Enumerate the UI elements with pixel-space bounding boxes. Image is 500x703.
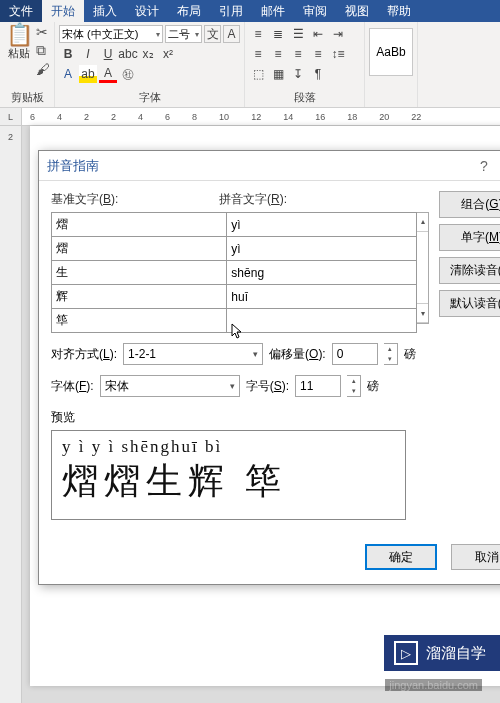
ribbon: 📋 粘贴 ✂ ⧉ 🖌 剪贴板 宋体 (中文正文)▾ 二号▾ 文 A B I U (0, 22, 500, 108)
show-marks-button[interactable]: ¶ (309, 65, 327, 83)
ruler-horizontal: L 642246810121416182022 (0, 108, 500, 126)
size-label: 字号(S): (246, 378, 289, 395)
subscript-button[interactable]: x₂ (139, 45, 157, 63)
watermark: ▷ 溜溜自学 ZIXUE (384, 635, 500, 671)
char-border-button[interactable]: A (223, 25, 240, 43)
font-color-button[interactable]: A (99, 65, 117, 83)
cut-icon[interactable]: ✂ (36, 24, 50, 40)
ruby-cell[interactable]: huī (227, 285, 417, 309)
preview-hanzi: 熠熠生辉 筚 (62, 457, 395, 506)
paste-label: 粘贴 (8, 47, 30, 59)
group-font: 宋体 (中文正文)▾ 二号▾ 文 A B I U abc x₂ x² A ab … (55, 22, 245, 107)
tab-view[interactable]: 视图 (336, 0, 378, 22)
ruby-cell[interactable]: yì (227, 213, 417, 237)
align-right-button[interactable]: ≡ (289, 45, 307, 63)
bold-button[interactable]: B (59, 45, 77, 63)
text-effects-button[interactable]: A (59, 65, 77, 83)
phonetic-table: 熠yì 熠yì 生shēng 辉huī 筚 (51, 212, 417, 333)
table-row: 熠yì (52, 237, 417, 261)
clear-reading-button[interactable]: 清除读音(C) (439, 257, 500, 284)
ruler-vertical: 2 (0, 126, 22, 703)
align-select[interactable]: 1-2-1▾ (123, 343, 263, 365)
base-text-label: 基准文字(B): (51, 191, 219, 208)
table-row: 筚 (52, 309, 417, 333)
group-styles: AaBb (365, 22, 418, 107)
tab-file[interactable]: 文件 (0, 0, 42, 22)
default-reading-button[interactable]: 默认读音(D) (439, 290, 500, 317)
align-label: 对齐方式(L): (51, 346, 117, 363)
watermark-text: 溜溜自学 (426, 644, 486, 663)
phonetic-guide-button[interactable]: 文 (204, 25, 221, 43)
align-left-button[interactable]: ≡ (249, 45, 267, 63)
tab-home[interactable]: 开始 (42, 0, 84, 22)
italic-button[interactable]: I (79, 45, 97, 63)
bullets-button[interactable]: ≡ (249, 25, 267, 43)
preview-pinyin: y ì y ì shēnghuī bì (62, 437, 395, 457)
highlight-button[interactable]: ab (79, 65, 97, 83)
base-cell[interactable]: 筚 (52, 309, 227, 333)
font-size-combo[interactable]: 二号▾ (165, 25, 202, 43)
sort-button[interactable]: ↧ (289, 65, 307, 83)
copy-icon[interactable]: ⧉ (36, 42, 50, 59)
tab-layout[interactable]: 布局 (168, 0, 210, 22)
font-group-label: 字体 (59, 90, 240, 107)
align-justify-button[interactable]: ≡ (309, 45, 327, 63)
ruby-cell[interactable] (227, 309, 417, 333)
format-painter-icon[interactable]: 🖌 (36, 61, 50, 77)
multilevel-button[interactable]: ☰ (289, 25, 307, 43)
offset-stepper[interactable]: ▴▾ (384, 343, 398, 365)
clipboard-group-label: 剪贴板 (4, 90, 50, 107)
combine-button[interactable]: 组合(G) (439, 191, 500, 218)
dialog-title: 拼音指南 (47, 157, 99, 175)
cancel-button[interactable]: 取消 (451, 544, 500, 570)
watermark-sub: ZIXUE (467, 625, 494, 635)
tab-references[interactable]: 引用 (210, 0, 252, 22)
group-paragraph: ≡ ≣ ☰ ⇤ ⇥ ≡ ≡ ≡ ≡ ↕≡ ⬚ ▦ ↧ ¶ 段落 (245, 22, 365, 107)
base-cell[interactable]: 生 (52, 261, 227, 285)
strike-button[interactable]: abc (119, 45, 137, 63)
indent-inc-button[interactable]: ⇥ (329, 25, 347, 43)
help-button[interactable]: ? (469, 158, 499, 174)
line-spacing-button[interactable]: ↕≡ (329, 45, 347, 63)
font-family-combo[interactable]: 宋体 (中文正文)▾ (59, 25, 163, 43)
size-stepper[interactable]: ▴▾ (347, 375, 361, 397)
paste-button[interactable]: 📋 粘贴 (4, 24, 34, 90)
shading-button[interactable]: ⬚ (249, 65, 267, 83)
table-scrollbar[interactable]: ▴▾ (417, 212, 429, 324)
ruby-cell[interactable]: yì (227, 237, 417, 261)
pt-label-2: 磅 (367, 378, 379, 395)
ok-button[interactable]: 确定 (365, 544, 437, 570)
base-cell[interactable]: 熠 (52, 237, 227, 261)
ruby-cell[interactable]: shēng (227, 261, 417, 285)
offset-input[interactable]: 0 (332, 343, 378, 365)
base-cell[interactable]: 熠 (52, 213, 227, 237)
para-group-label: 段落 (249, 90, 360, 107)
base-cell[interactable]: 辉 (52, 285, 227, 309)
table-row: 熠yì (52, 213, 417, 237)
tab-mail[interactable]: 邮件 (252, 0, 294, 22)
underline-button[interactable]: U (99, 45, 117, 63)
ruler-corner: L (0, 108, 22, 125)
tab-design[interactable]: 设计 (126, 0, 168, 22)
enclose-button[interactable]: ㊓ (119, 65, 137, 83)
style-swatch[interactable]: AaBb (369, 28, 413, 76)
preview-label: 预览 (51, 409, 429, 426)
pt-label: 磅 (404, 346, 416, 363)
menubar: 文件 开始 插入 设计 布局 引用 邮件 审阅 视图 帮助 (0, 0, 500, 22)
play-icon: ▷ (394, 641, 418, 665)
borders-button[interactable]: ▦ (269, 65, 287, 83)
mono-button[interactable]: 单字(M) (439, 224, 500, 251)
ruby-size-input[interactable]: 11 (295, 375, 341, 397)
numbering-button[interactable]: ≣ (269, 25, 287, 43)
preview-box: y ì y ì shēnghuī bì 熠熠生辉 筚 (51, 430, 406, 520)
indent-dec-button[interactable]: ⇤ (309, 25, 327, 43)
superscript-button[interactable]: x² (159, 45, 177, 63)
ruby-text-label: 拼音文字(R): (219, 191, 287, 208)
ruby-font-select[interactable]: 宋体▾ (100, 375, 240, 397)
tab-insert[interactable]: 插入 (84, 0, 126, 22)
phonetic-guide-dialog: 拼音指南 ? ✕ 基准文字(B): 拼音文字(R): 熠yì 熠yì 生shēn… (38, 150, 500, 585)
align-center-button[interactable]: ≡ (269, 45, 287, 63)
tab-help[interactable]: 帮助 (378, 0, 420, 22)
tab-review[interactable]: 审阅 (294, 0, 336, 22)
table-row: 辉huī (52, 285, 417, 309)
